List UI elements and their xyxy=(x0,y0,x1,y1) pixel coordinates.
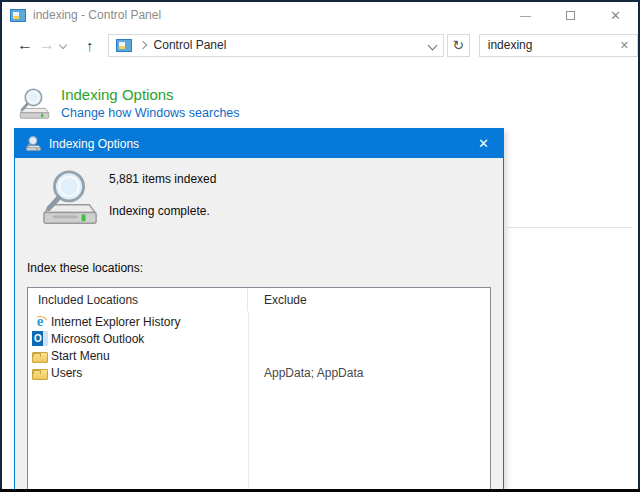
ie-icon xyxy=(32,314,48,329)
change-how-windows-searches-link[interactable]: Change how Windows searches xyxy=(61,106,240,120)
window-titlebar: indexing - Control Panel — ✕ xyxy=(2,2,638,28)
location-name: Microsoft Outlook xyxy=(51,332,144,346)
column-header-included-locations[interactable]: Included Locations xyxy=(28,288,248,311)
list-item[interactable]: Start Menu xyxy=(28,347,490,364)
dialog-body: 5,881 items indexed Indexing complete. I… xyxy=(15,158,503,491)
history-dropdown-icon[interactable] xyxy=(59,41,67,49)
folder-icon xyxy=(32,369,48,380)
minimize-button[interactable]: — xyxy=(503,2,548,28)
indexing-options-link[interactable]: Indexing Options xyxy=(61,86,240,103)
outlook-icon xyxy=(32,331,48,346)
control-panel-icon xyxy=(10,9,26,22)
dialog-titlebar: Indexing Options ✕ xyxy=(15,129,503,158)
breadcrumb-chevron-icon xyxy=(138,41,146,49)
location-exclude: AppData; AppData xyxy=(248,366,490,380)
control-panel-icon xyxy=(116,39,132,52)
indexing-drive-icon xyxy=(39,168,101,228)
window-controls: — ✕ xyxy=(503,2,638,28)
navigation-bar: ← → ↑ Control Panel ↻ indexing ✕ xyxy=(2,28,638,62)
location-name: Users xyxy=(51,366,82,380)
locations-list-body: Internet Explorer History Microsoft Outl… xyxy=(28,311,490,381)
folder-icon xyxy=(32,352,48,363)
forward-button[interactable]: → xyxy=(36,36,58,54)
clear-search-icon[interactable]: ✕ xyxy=(620,39,629,52)
refresh-icon: ↻ xyxy=(452,37,464,53)
refresh-button[interactable]: ↻ xyxy=(447,34,470,57)
maximize-button[interactable] xyxy=(548,2,593,28)
column-header-exclude[interactable]: Exclude xyxy=(248,288,490,311)
search-box[interactable]: indexing ✕ xyxy=(479,34,638,57)
list-item[interactable]: Internet Explorer History xyxy=(28,313,490,330)
column-divider xyxy=(248,311,249,490)
list-item[interactable]: Microsoft Outlook xyxy=(28,330,490,347)
content-divider xyxy=(507,227,632,228)
search-result: Indexing Options Change how Windows sear… xyxy=(17,85,240,123)
list-header: Included Locations Exclude xyxy=(28,288,490,311)
dialog-title: Indexing Options xyxy=(49,137,139,151)
address-bar[interactable]: Control Panel xyxy=(108,34,444,57)
location-name: Start Menu xyxy=(51,349,110,363)
breadcrumb[interactable]: Control Panel xyxy=(154,38,227,52)
locations-label: Index these locations: xyxy=(27,261,143,275)
search-input[interactable]: indexing xyxy=(488,38,533,52)
close-button[interactable]: ✕ xyxy=(593,2,638,28)
location-name: Internet Explorer History xyxy=(51,315,180,329)
window-title: indexing - Control Panel xyxy=(33,8,161,22)
list-item[interactable]: Users AppData; AppData xyxy=(28,364,490,381)
indexing-options-icon xyxy=(25,135,42,152)
indexing-options-dialog: Indexing Options ✕ 5,881 items indexed I… xyxy=(14,128,504,492)
maximize-icon xyxy=(566,11,575,20)
dialog-close-button[interactable]: ✕ xyxy=(478,136,489,151)
items-indexed-count: 5,881 items indexed xyxy=(109,172,216,186)
locations-list[interactable]: Included Locations Exclude Internet Expl… xyxy=(27,287,491,491)
address-dropdown-icon[interactable] xyxy=(427,40,437,50)
up-button[interactable]: ↑ xyxy=(80,37,100,54)
indexing-options-icon xyxy=(17,85,52,123)
indexing-status: Indexing complete. xyxy=(109,204,210,218)
back-button[interactable]: ← xyxy=(14,36,36,54)
